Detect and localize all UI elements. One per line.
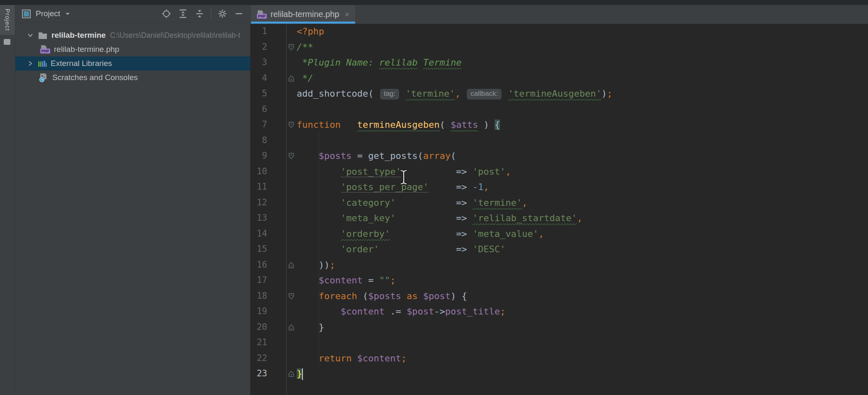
tab-label: relilab-termine.php: [271, 10, 339, 19]
code-token: ;: [500, 306, 505, 317]
tree-row-external-libraries[interactable]: External Libraries: [15, 56, 250, 71]
window-top-strip: [0, 0, 868, 5]
code-line[interactable]: 11 'posts_per_page' => -1,: [250, 179, 868, 195]
code-token: [297, 151, 319, 161]
code-line[interactable]: 14 'orderby' => 'meta_value',: [250, 226, 868, 242]
fold-marker-icon[interactable]: [286, 148, 297, 164]
code-text: 'category' => 'termine',: [297, 195, 527, 211]
code-line[interactable]: 3 *Plugin Name: relilab Termine: [250, 55, 868, 71]
chevron-down-icon[interactable]: [64, 10, 71, 17]
code-line[interactable]: 5add_shortcode( tag: 'termine', callback…: [250, 86, 868, 102]
fold-marker-icon[interactable]: [286, 319, 297, 335]
line-number: 11: [250, 179, 286, 195]
code-token: as: [407, 291, 418, 301]
fold-gutter: [286, 241, 297, 257]
collapse-all-icon[interactable]: [194, 8, 205, 19]
code-line[interactable]: 7function termineAusgeben( $atts ) {: [250, 117, 868, 133]
panel-toolbar: [161, 5, 244, 22]
code-token: =>: [401, 166, 473, 177]
fold-marker-icon[interactable]: [286, 257, 297, 273]
code-editor[interactable]: 1<?php2/**3 *Plugin Name: relilab Termin…: [250, 24, 868, 395]
code-token: 'category': [341, 198, 395, 208]
fold-marker-icon[interactable]: [286, 71, 297, 86]
code-token: (: [451, 151, 456, 161]
tree-row-scratches[interactable]: Scratches and Consoles: [15, 71, 250, 85]
code-line[interactable]: 20 }: [250, 319, 868, 335]
code-line[interactable]: 17 $content = "";: [250, 273, 868, 288]
tree-row-root-folder[interactable]: relilab-termine C:\Users\Daniel\Desktop\…: [15, 28, 250, 42]
tree-row-php-file[interactable]: PHP relilab-termine.php: [15, 42, 250, 56]
code-token: [297, 353, 319, 363]
chevron-down-icon[interactable]: [26, 31, 34, 39]
code-text: ));: [297, 257, 335, 273]
tree-item-label: relilab-termine: [51, 31, 106, 40]
expand-all-icon[interactable]: [178, 8, 188, 19]
editor-area: PHP relilab-termine.php × 1<?php2/**3 *P…: [250, 5, 868, 395]
code-line[interactable]: 1<?php: [250, 24, 868, 39]
code-line[interactable]: 4 */: [250, 71, 868, 86]
project-stripe-button[interactable]: Project: [0, 5, 15, 35]
code-line[interactable]: 13 'meta_key' => 'relilab_startdate',: [250, 210, 868, 226]
line-number: 22: [250, 351, 286, 366]
code-line[interactable]: 21: [250, 335, 868, 351]
code-line[interactable]: 18 foreach ($posts as $post) {: [250, 288, 868, 304]
hide-panel-icon[interactable]: [234, 8, 244, 19]
code-text: */: [297, 71, 313, 86]
code-line[interactable]: 6: [250, 102, 868, 117]
parameter-hint-chip: tag:: [380, 89, 399, 100]
code-token: array: [423, 151, 451, 161]
code-line[interactable]: 9 $posts = get_posts(array(: [250, 148, 868, 164]
fold-gutter: [286, 304, 297, 319]
php-file-icon: PHP: [40, 45, 50, 54]
tab-relilab-termine[interactable]: PHP relilab-termine.php ×: [251, 5, 355, 24]
project-tool-icon: [22, 10, 31, 18]
code-line[interactable]: 19 $content .= $post->post_title;: [250, 304, 868, 319]
code-token: [297, 291, 319, 301]
fold-gutter: [286, 24, 297, 39]
code-line[interactable]: 15 'order' => 'DESC': [250, 241, 868, 257]
fold-marker-icon[interactable]: [286, 366, 297, 382]
code-line[interactable]: 10 'post_type' => 'post',: [250, 164, 868, 180]
code-token: =>: [429, 182, 473, 192]
fold-gutter: [286, 210, 297, 226]
code-token: return: [319, 353, 351, 363]
code-line[interactable]: 23}: [250, 366, 868, 382]
line-number: 20: [250, 319, 286, 335]
fold-marker-icon[interactable]: [286, 117, 297, 133]
code-token: $post: [407, 306, 434, 317]
code-text: 'orderby' => 'meta_value',: [297, 226, 544, 242]
locate-icon[interactable]: [161, 8, 172, 19]
fold-marker-icon[interactable]: [286, 39, 297, 55]
code-token: ,: [539, 229, 544, 239]
code-token: (: [439, 119, 451, 130]
code-line[interactable]: 2/**: [250, 39, 868, 55]
code-token: $posts: [319, 151, 351, 161]
code-token: termineAusgeben: [357, 119, 440, 130]
tool-window-square-icon[interactable]: [4, 39, 10, 45]
code-text: }: [297, 319, 324, 335]
fold-marker-icon[interactable]: [286, 288, 297, 304]
tab-close-icon[interactable]: ×: [345, 10, 349, 18]
code-token: $posts: [368, 291, 401, 301]
code-token: ->: [434, 306, 445, 317]
chevron-right-icon[interactable]: [26, 59, 34, 68]
line-number: 21: [250, 335, 286, 351]
line-number: 16: [250, 257, 286, 273]
project-panel-header[interactable]: Project: [15, 5, 250, 23]
code-text: add_shortcode( tag: 'termine', callback:…: [297, 86, 612, 102]
code-token: "": [379, 275, 390, 285]
code-token: =>: [390, 229, 473, 239]
tree-item-path: C:\Users\Daniel\Desktop\relilab\relilab-…: [110, 31, 240, 40]
code-line[interactable]: 16 ));: [250, 257, 868, 273]
code-token: = get_posts(: [351, 151, 423, 161]
code-line[interactable]: 12 'category' => 'termine',: [250, 195, 868, 211]
code-token: [400, 88, 405, 99]
code-token: 'termineAusgeben': [508, 88, 601, 99]
gutter-separator: [286, 24, 287, 395]
code-token: $post: [423, 291, 451, 301]
code-line[interactable]: 22 return $content;: [250, 351, 868, 366]
fold-gutter: [286, 133, 297, 149]
mouse-ibeam-cursor: [399, 169, 408, 185]
settings-gear-icon[interactable]: [217, 8, 228, 19]
code-line[interactable]: 8: [250, 133, 868, 149]
